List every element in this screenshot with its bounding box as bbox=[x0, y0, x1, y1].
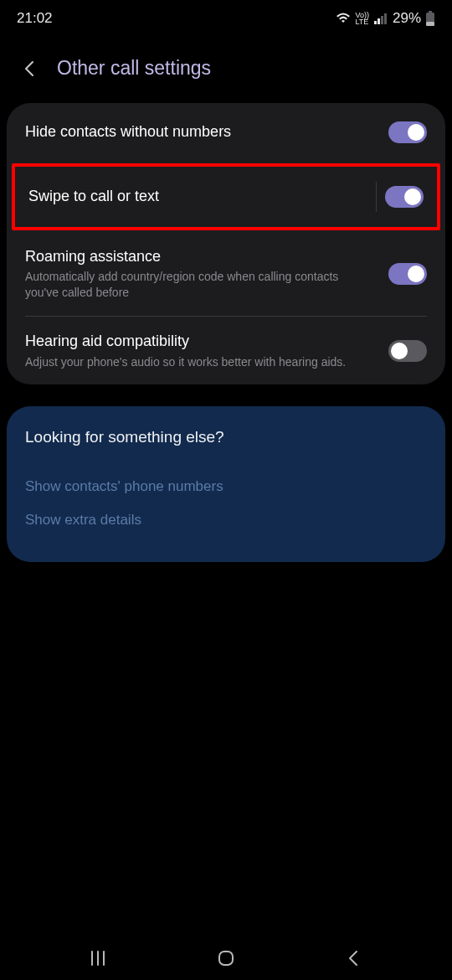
page-title: Other call settings bbox=[57, 57, 211, 80]
home-button[interactable] bbox=[214, 946, 238, 970]
toggle-roaming-assistance[interactable] bbox=[388, 263, 427, 285]
wifi-icon bbox=[336, 13, 351, 24]
signal-icon bbox=[373, 13, 388, 24]
toggle-hearing-aid[interactable] bbox=[388, 340, 427, 362]
page-header: Other call settings bbox=[0, 37, 452, 103]
looking-for-title: Looking for something else? bbox=[25, 428, 427, 446]
setting-title: Hide contacts without numbers bbox=[25, 122, 375, 142]
setting-desc: Automatically add country/region code wh… bbox=[25, 269, 375, 301]
svg-rect-0 bbox=[374, 21, 377, 24]
volte-icon: Vo))LTE bbox=[355, 12, 369, 25]
setting-swipe-call-text[interactable]: Swipe to call or text bbox=[15, 167, 437, 227]
setting-title: Roaming assistance bbox=[25, 247, 375, 266]
battery-icon bbox=[425, 11, 435, 26]
vertical-divider bbox=[376, 182, 377, 212]
back-button[interactable] bbox=[20, 59, 40, 79]
battery-percentage: 29% bbox=[393, 10, 421, 27]
svg-rect-2 bbox=[381, 16, 383, 24]
toggle-hide-contacts[interactable] bbox=[388, 121, 427, 143]
toggle-swipe-call-text[interactable] bbox=[385, 186, 424, 208]
status-bar: 21:02 Vo))LTE 29% bbox=[0, 0, 452, 37]
recents-button[interactable] bbox=[86, 946, 110, 970]
setting-desc: Adjust your phone's audio so it works be… bbox=[25, 354, 375, 370]
link-show-extra-details[interactable]: Show extra details bbox=[25, 503, 427, 537]
setting-roaming-assistance[interactable]: Roaming assistance Automatically add cou… bbox=[7, 232, 445, 316]
svg-rect-6 bbox=[426, 22, 434, 26]
svg-rect-1 bbox=[378, 18, 380, 24]
status-time: 21:02 bbox=[17, 10, 53, 27]
looking-for-card: Looking for something else? Show contact… bbox=[7, 406, 445, 562]
highlight-annotation: Swipe to call or text bbox=[12, 163, 440, 230]
setting-hearing-aid[interactable]: Hearing aid compatibility Adjust your ph… bbox=[7, 317, 445, 384]
svg-rect-3 bbox=[384, 13, 387, 24]
back-nav-button[interactable] bbox=[342, 946, 366, 970]
setting-hide-contacts[interactable]: Hide contacts without numbers bbox=[7, 103, 445, 162]
svg-rect-4 bbox=[429, 11, 432, 13]
svg-rect-10 bbox=[219, 952, 233, 965]
setting-title: Hearing aid compatibility bbox=[25, 332, 375, 351]
status-icons: Vo))LTE 29% bbox=[336, 10, 435, 27]
settings-card: Hide contacts without numbers Swipe to c… bbox=[7, 103, 445, 384]
link-show-phone-numbers[interactable]: Show contacts' phone numbers bbox=[25, 470, 427, 503]
navigation-bar bbox=[0, 936, 452, 980]
setting-title: Swipe to call or text bbox=[28, 187, 362, 206]
